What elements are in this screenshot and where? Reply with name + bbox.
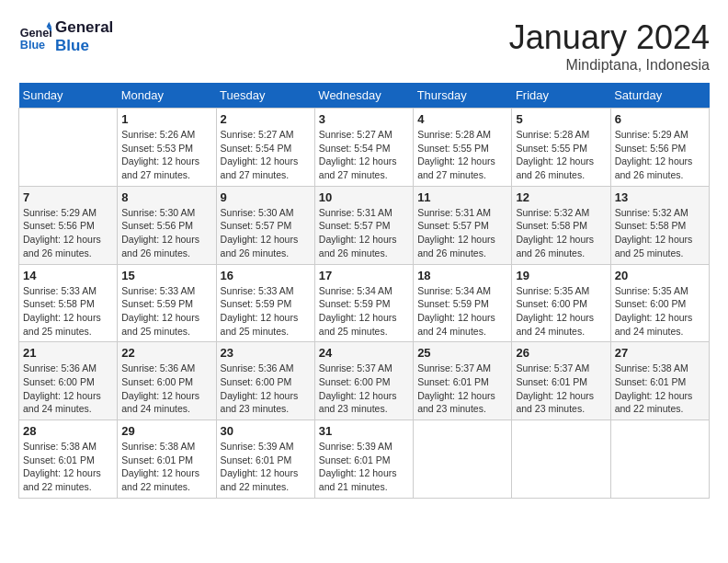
day-info: Sunrise: 5:35 AMSunset: 6:00 PMDaylight:… xyxy=(615,284,705,339)
day-number: 30 xyxy=(221,424,311,438)
day-info: Sunrise: 5:31 AMSunset: 5:57 PMDaylight:… xyxy=(319,206,409,260)
day-info: Sunrise: 5:36 AMSunset: 6:00 PMDaylight:… xyxy=(221,362,311,416)
calendar-cell: 14Sunrise: 5:33 AMSunset: 5:58 PMDayligh… xyxy=(19,264,118,342)
day-number: 11 xyxy=(417,190,507,204)
logo-general: General xyxy=(55,18,113,37)
day-info: Sunrise: 5:28 AMSunset: 5:55 PMDaylight:… xyxy=(417,128,507,182)
day-header-tuesday: Tuesday xyxy=(216,83,314,109)
day-number: 12 xyxy=(516,190,606,204)
day-number: 18 xyxy=(417,269,507,282)
day-info: Sunrise: 5:37 AMSunset: 6:01 PMDaylight:… xyxy=(417,362,507,416)
day-header-sunday: Sunday xyxy=(19,83,118,109)
week-row-4: 21Sunrise: 5:36 AMSunset: 6:00 PMDayligh… xyxy=(19,342,710,420)
calendar-cell: 26Sunrise: 5:37 AMSunset: 6:01 PMDayligh… xyxy=(512,342,610,420)
day-number: 13 xyxy=(615,190,705,204)
day-number: 23 xyxy=(221,346,311,360)
calendar-cell: 29Sunrise: 5:38 AMSunset: 6:01 PMDayligh… xyxy=(118,420,216,499)
day-number: 29 xyxy=(121,424,211,438)
day-number: 3 xyxy=(319,112,409,126)
logo-icon: General Blue xyxy=(18,20,51,53)
day-number: 1 xyxy=(121,112,211,126)
svg-marker-2 xyxy=(47,22,51,27)
day-info: Sunrise: 5:33 AMSunset: 5:58 PMDaylight:… xyxy=(23,284,113,339)
calendar-cell: 23Sunrise: 5:36 AMSunset: 6:00 PMDayligh… xyxy=(216,342,314,420)
day-info: Sunrise: 5:38 AMSunset: 6:01 PMDaylight:… xyxy=(121,440,211,494)
day-info: Sunrise: 5:35 AMSunset: 6:00 PMDaylight:… xyxy=(516,284,606,339)
logo: General Blue General Blue xyxy=(18,18,113,56)
day-info: Sunrise: 5:36 AMSunset: 6:00 PMDaylight:… xyxy=(23,362,113,416)
calendar-cell: 30Sunrise: 5:39 AMSunset: 6:01 PMDayligh… xyxy=(216,420,314,499)
calendar-cell: 15Sunrise: 5:33 AMSunset: 5:59 PMDayligh… xyxy=(118,264,216,342)
day-info: Sunrise: 5:36 AMSunset: 6:00 PMDaylight:… xyxy=(121,362,211,416)
calendar-cell xyxy=(610,420,709,499)
week-row-3: 14Sunrise: 5:33 AMSunset: 5:58 PMDayligh… xyxy=(19,264,710,342)
calendar-cell: 7Sunrise: 5:29 AMSunset: 5:56 PMDaylight… xyxy=(19,186,118,264)
calendar-table: SundayMondayTuesdayWednesdayThursdayFrid… xyxy=(18,83,710,499)
day-info: Sunrise: 5:32 AMSunset: 5:58 PMDaylight:… xyxy=(516,206,606,260)
calendar-cell: 28Sunrise: 5:38 AMSunset: 6:01 PMDayligh… xyxy=(19,420,118,499)
calendar-cell: 8Sunrise: 5:30 AMSunset: 5:56 PMDaylight… xyxy=(118,186,216,264)
calendar-cell: 20Sunrise: 5:35 AMSunset: 6:00 PMDayligh… xyxy=(610,264,709,342)
calendar-cell: 5Sunrise: 5:28 AMSunset: 5:55 PMDaylight… xyxy=(512,109,610,187)
calendar-cell: 31Sunrise: 5:39 AMSunset: 6:01 PMDayligh… xyxy=(314,420,413,499)
day-number: 7 xyxy=(23,190,113,204)
day-info: Sunrise: 5:38 AMSunset: 6:01 PMDaylight:… xyxy=(23,440,113,494)
calendar-cell: 21Sunrise: 5:36 AMSunset: 6:00 PMDayligh… xyxy=(19,342,118,420)
day-info: Sunrise: 5:38 AMSunset: 6:01 PMDaylight:… xyxy=(615,362,705,416)
day-info: Sunrise: 5:29 AMSunset: 5:56 PMDaylight:… xyxy=(615,128,705,182)
day-info: Sunrise: 5:29 AMSunset: 5:56 PMDaylight:… xyxy=(23,206,113,260)
calendar-cell: 12Sunrise: 5:32 AMSunset: 5:58 PMDayligh… xyxy=(512,186,610,264)
calendar-cell xyxy=(19,109,118,187)
day-number: 10 xyxy=(319,190,409,204)
day-info: Sunrise: 5:33 AMSunset: 5:59 PMDaylight:… xyxy=(221,284,311,339)
day-number: 4 xyxy=(417,112,507,126)
day-number: 21 xyxy=(23,346,113,360)
title-block: January 2024 Mindiptana, Indonesia xyxy=(509,18,710,74)
day-info: Sunrise: 5:27 AMSunset: 5:54 PMDaylight:… xyxy=(221,128,311,182)
day-number: 17 xyxy=(319,269,409,282)
day-info: Sunrise: 5:30 AMSunset: 5:56 PMDaylight:… xyxy=(121,206,211,260)
day-info: Sunrise: 5:27 AMSunset: 5:54 PMDaylight:… xyxy=(319,128,409,182)
calendar-cell: 13Sunrise: 5:32 AMSunset: 5:58 PMDayligh… xyxy=(610,186,709,264)
calendar-cell: 11Sunrise: 5:31 AMSunset: 5:57 PMDayligh… xyxy=(414,186,512,264)
calendar-cell xyxy=(414,420,512,499)
day-number: 22 xyxy=(121,346,211,360)
day-info: Sunrise: 5:37 AMSunset: 6:01 PMDaylight:… xyxy=(516,362,606,416)
day-number: 14 xyxy=(23,269,113,282)
day-number: 28 xyxy=(23,424,113,438)
day-info: Sunrise: 5:34 AMSunset: 5:59 PMDaylight:… xyxy=(319,284,409,339)
day-number: 2 xyxy=(221,112,311,126)
day-info: Sunrise: 5:39 AMSunset: 6:01 PMDaylight:… xyxy=(319,440,409,494)
calendar-cell: 25Sunrise: 5:37 AMSunset: 6:01 PMDayligh… xyxy=(414,342,512,420)
day-info: Sunrise: 5:31 AMSunset: 5:57 PMDaylight:… xyxy=(417,206,507,260)
day-number: 8 xyxy=(121,190,211,204)
day-info: Sunrise: 5:33 AMSunset: 5:59 PMDaylight:… xyxy=(121,284,211,339)
day-header-monday: Monday xyxy=(118,83,216,109)
calendar-cell: 4Sunrise: 5:28 AMSunset: 5:55 PMDaylight… xyxy=(414,109,512,187)
day-header-friday: Friday xyxy=(512,83,610,109)
day-number: 24 xyxy=(319,346,409,360)
calendar-cell: 9Sunrise: 5:30 AMSunset: 5:57 PMDaylight… xyxy=(216,186,314,264)
calendar-cell: 6Sunrise: 5:29 AMSunset: 5:56 PMDaylight… xyxy=(610,109,709,187)
day-header-wednesday: Wednesday xyxy=(314,83,413,109)
day-number: 20 xyxy=(615,269,705,282)
day-number: 27 xyxy=(615,346,705,360)
day-number: 25 xyxy=(417,346,507,360)
week-row-1: 1Sunrise: 5:26 AMSunset: 5:53 PMDaylight… xyxy=(19,109,710,187)
day-number: 26 xyxy=(516,346,606,360)
calendar-cell xyxy=(512,420,610,499)
calendar-cell: 16Sunrise: 5:33 AMSunset: 5:59 PMDayligh… xyxy=(216,264,314,342)
logo-blue: Blue xyxy=(55,37,113,55)
calendar-cell: 18Sunrise: 5:34 AMSunset: 5:59 PMDayligh… xyxy=(414,264,512,342)
day-header-saturday: Saturday xyxy=(610,83,709,109)
day-info: Sunrise: 5:37 AMSunset: 6:00 PMDaylight:… xyxy=(319,362,409,416)
calendar-cell: 2Sunrise: 5:27 AMSunset: 5:54 PMDaylight… xyxy=(216,109,314,187)
location-title: Mindiptana, Indonesia xyxy=(509,57,710,74)
calendar-cell: 17Sunrise: 5:34 AMSunset: 5:59 PMDayligh… xyxy=(314,264,413,342)
day-header-thursday: Thursday xyxy=(414,83,512,109)
calendar-cell: 24Sunrise: 5:37 AMSunset: 6:00 PMDayligh… xyxy=(314,342,413,420)
calendar-cell: 3Sunrise: 5:27 AMSunset: 5:54 PMDaylight… xyxy=(314,109,413,187)
day-info: Sunrise: 5:30 AMSunset: 5:57 PMDaylight:… xyxy=(221,206,311,260)
week-row-5: 28Sunrise: 5:38 AMSunset: 6:01 PMDayligh… xyxy=(19,420,710,499)
day-info: Sunrise: 5:32 AMSunset: 5:58 PMDaylight:… xyxy=(615,206,705,260)
